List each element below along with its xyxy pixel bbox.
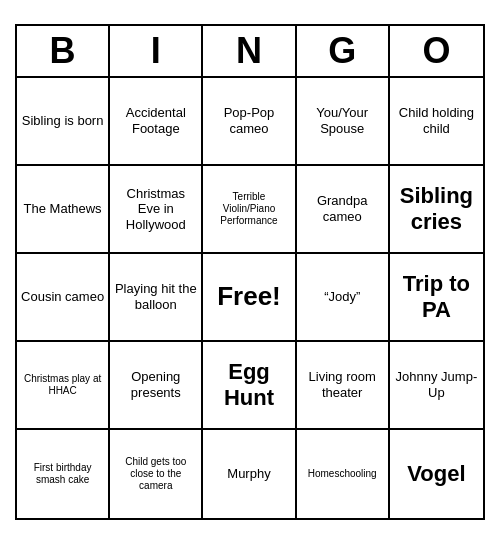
bingo-card: BINGO Sibling is bornAccidental FootageP… xyxy=(15,24,485,520)
bingo-cell-23: Homeschooling xyxy=(297,430,390,518)
bingo-cell-21: Child gets too close to the camera xyxy=(110,430,203,518)
header-letter: B xyxy=(17,26,110,76)
bingo-grid: Sibling is bornAccidental FootagePop-Pop… xyxy=(17,78,483,518)
bingo-cell-20: First birthday smash cake xyxy=(17,430,110,518)
bingo-cell-15: Christmas play at HHAC xyxy=(17,342,110,430)
bingo-cell-22: Murphy xyxy=(203,430,296,518)
bingo-cell-14: Trip to PA xyxy=(390,254,483,342)
header-letter: N xyxy=(203,26,296,76)
bingo-cell-4: Child holding child xyxy=(390,78,483,166)
bingo-cell-12: Free! xyxy=(203,254,296,342)
header-letter: G xyxy=(297,26,390,76)
bingo-cell-24: Vogel xyxy=(390,430,483,518)
header-letter: I xyxy=(110,26,203,76)
bingo-cell-11: Playing hit the balloon xyxy=(110,254,203,342)
bingo-cell-10: Cousin cameo xyxy=(17,254,110,342)
bingo-cell-18: Living room theater xyxy=(297,342,390,430)
bingo-cell-2: Pop-Pop cameo xyxy=(203,78,296,166)
bingo-cell-17: Egg Hunt xyxy=(203,342,296,430)
bingo-cell-19: Johnny Jump-Up xyxy=(390,342,483,430)
bingo-cell-9: Sibling cries xyxy=(390,166,483,254)
bingo-cell-1: Accidental Footage xyxy=(110,78,203,166)
bingo-header: BINGO xyxy=(17,26,483,78)
bingo-cell-6: Christmas Eve in Hollywood xyxy=(110,166,203,254)
bingo-cell-13: “Jody” xyxy=(297,254,390,342)
bingo-cell-3: You/Your Spouse xyxy=(297,78,390,166)
bingo-cell-8: Grandpa cameo xyxy=(297,166,390,254)
header-letter: O xyxy=(390,26,483,76)
bingo-cell-0: Sibling is born xyxy=(17,78,110,166)
bingo-cell-16: Opening presents xyxy=(110,342,203,430)
bingo-cell-5: The Mathews xyxy=(17,166,110,254)
bingo-cell-7: Terrible Violin/Piano Performance xyxy=(203,166,296,254)
